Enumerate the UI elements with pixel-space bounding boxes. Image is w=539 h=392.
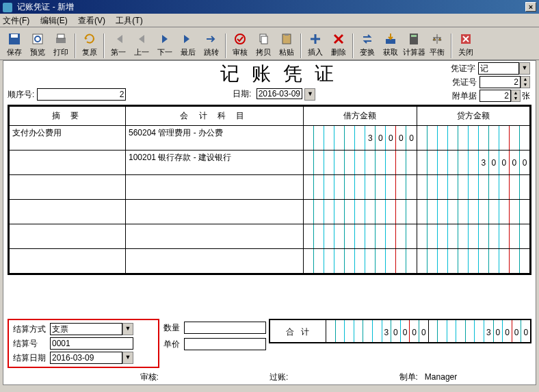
attach-spinner[interactable]: ▲▼ bbox=[511, 90, 521, 102]
cell-credit[interactable]: 30000 bbox=[417, 151, 530, 175]
cell-subject[interactable]: 560204 管理费用 - 办公费 bbox=[126, 126, 304, 151]
total-credit: 30000 bbox=[429, 320, 531, 342]
jump-button[interactable]: 跳转 bbox=[200, 29, 223, 58]
seq-input[interactable]: 2 bbox=[37, 88, 126, 101]
maker-value: Manager bbox=[425, 372, 457, 382]
menu-edit[interactable]: 编辑(E) bbox=[40, 16, 68, 25]
chevron-down-icon[interactable]: ▼ bbox=[122, 352, 133, 364]
voucher-header-right: 凭证字 记 ▼ 凭证号 2 ▲▼ 附单据 2 ▲▼ 张 bbox=[444, 62, 530, 103]
balance-button[interactable]: 平衡 bbox=[425, 29, 449, 58]
last-button[interactable]: 最后 bbox=[176, 29, 200, 58]
voucher-no-label: 凭证号 bbox=[445, 77, 477, 88]
settle-method-input[interactable]: 支票 bbox=[50, 323, 122, 335]
settle-date-input[interactable]: 2016-03-09 bbox=[50, 352, 122, 364]
chevron-down-icon[interactable]: ▼ bbox=[122, 323, 133, 335]
cell-debit[interactable] bbox=[304, 200, 417, 224]
app-icon bbox=[3, 3, 12, 12]
settle-date-label: 结算日期 bbox=[13, 352, 50, 364]
cell-summary[interactable] bbox=[10, 224, 126, 249]
cell-debit[interactable]: 30000 bbox=[304, 126, 417, 151]
doc-title: 记账凭证 bbox=[144, 61, 422, 87]
table-row[interactable] bbox=[10, 224, 530, 249]
cell-subject[interactable] bbox=[126, 224, 304, 249]
cell-subject[interactable] bbox=[126, 200, 304, 224]
attach-label: 附单据 bbox=[445, 90, 477, 102]
qty-panel: 数量 单价 bbox=[163, 319, 266, 350]
cell-debit[interactable] bbox=[304, 249, 417, 274]
insert-button[interactable]: 插入 bbox=[304, 29, 327, 58]
table-row[interactable] bbox=[10, 200, 530, 224]
cell-debit[interactable] bbox=[304, 175, 417, 200]
cell-credit[interactable] bbox=[417, 175, 530, 200]
titlebar: 记账凭证 - 新增 × bbox=[0, 0, 539, 14]
table-row[interactable] bbox=[10, 249, 530, 274]
table-row[interactable] bbox=[10, 175, 530, 200]
settle-no-label: 结算号 bbox=[13, 338, 50, 350]
settlement-panel: 结算方式 支票 ▼ 结算号 0001 结算日期 2016-03-09 ▼ bbox=[8, 319, 159, 368]
col-summary: 摘 要 bbox=[10, 107, 126, 126]
attach-input[interactable]: 2 bbox=[479, 90, 511, 102]
paste-button[interactable]: 粘贴 bbox=[275, 29, 298, 58]
menu-file[interactable]: 文件(F) bbox=[3, 16, 29, 25]
convert-button[interactable]: 变换 bbox=[356, 29, 379, 58]
svg-rect-8 bbox=[261, 36, 267, 44]
preview-button[interactable]: 预览 bbox=[26, 29, 49, 58]
maker-label: 制单: bbox=[399, 372, 418, 382]
qty-input[interactable] bbox=[184, 322, 266, 334]
cell-summary[interactable] bbox=[10, 151, 126, 175]
total-debit: 30000 bbox=[326, 320, 429, 342]
settle-no-input[interactable]: 0001 bbox=[50, 337, 133, 350]
table-row[interactable]: 100201 银行存款 - 建设银行30000 bbox=[10, 151, 530, 175]
cell-summary[interactable]: 支付办公费用 bbox=[10, 126, 126, 151]
settle-method-label: 结算方式 bbox=[13, 324, 50, 335]
voucher-word-input[interactable]: 记 bbox=[478, 62, 519, 75]
chevron-down-icon[interactable]: ▼ bbox=[304, 88, 315, 101]
svg-rect-5 bbox=[57, 34, 64, 38]
cell-subject[interactable]: 100201 银行存款 - 建设银行 bbox=[126, 151, 304, 175]
copy-button[interactable]: 拷贝 bbox=[252, 29, 275, 58]
cell-summary[interactable] bbox=[10, 200, 126, 224]
menu-view[interactable]: 查看(V) bbox=[78, 16, 105, 25]
voucher-no-input[interactable]: 2 bbox=[479, 76, 521, 88]
price-input[interactable] bbox=[184, 338, 266, 350]
cell-subject[interactable] bbox=[126, 249, 304, 274]
save-button[interactable]: 保存 bbox=[3, 29, 26, 58]
print-button[interactable]: 打印 bbox=[49, 29, 73, 58]
qty-label: 数量 bbox=[163, 322, 184, 334]
close-icon[interactable]: × bbox=[525, 2, 536, 12]
toolbar: 保存 预览 打印 复原 第一 上一 下一 最后 跳转 审核 拷贝 粘贴 插入 删… bbox=[0, 27, 539, 60]
fetch-button[interactable]: 获取 bbox=[379, 29, 402, 58]
price-label: 单价 bbox=[163, 339, 184, 350]
first-button[interactable]: 第一 bbox=[107, 29, 130, 58]
attach-unit: 张 bbox=[522, 90, 530, 102]
voucher-no-spinner[interactable]: ▲▼ bbox=[521, 76, 530, 88]
cell-credit[interactable] bbox=[417, 200, 530, 224]
cell-summary[interactable] bbox=[10, 249, 126, 274]
cell-summary[interactable] bbox=[10, 175, 126, 200]
chevron-down-icon[interactable]: ▼ bbox=[519, 62, 530, 75]
delete-button[interactable]: 删除 bbox=[327, 29, 350, 58]
seq-label: 顺序号: bbox=[8, 89, 34, 101]
date-input[interactable]: 2016-03-09 bbox=[257, 88, 302, 99]
next-button[interactable]: 下一 bbox=[153, 29, 176, 58]
menu-tool[interactable]: 工具(T) bbox=[116, 16, 142, 25]
col-subject: 会 计 科 目 bbox=[126, 107, 304, 126]
content-area: 凭证字 记 ▼ 凭证号 2 ▲▼ 附单据 2 ▲▼ 张 记账凭证 顺序号: 2 … bbox=[3, 60, 536, 385]
cell-subject[interactable] bbox=[126, 175, 304, 200]
total-label: 合计 bbox=[270, 320, 326, 342]
cell-credit[interactable] bbox=[417, 249, 530, 274]
audit-button[interactable]: 审核 bbox=[228, 29, 252, 58]
cell-debit[interactable] bbox=[304, 151, 417, 175]
svg-rect-13 bbox=[411, 35, 417, 37]
close-button[interactable]: 关闭 bbox=[454, 29, 477, 58]
restore-button[interactable]: 复原 bbox=[78, 29, 101, 58]
cell-credit[interactable] bbox=[417, 126, 530, 151]
cell-debit[interactable] bbox=[304, 224, 417, 249]
voucher-word-label: 凭证字 bbox=[444, 63, 475, 75]
prev-button[interactable]: 上一 bbox=[130, 29, 153, 58]
post-label: 过账: bbox=[270, 371, 399, 383]
table-row[interactable]: 支付办公费用560204 管理费用 - 办公费30000 bbox=[10, 126, 530, 151]
cell-credit[interactable] bbox=[417, 224, 530, 249]
svg-rect-1 bbox=[11, 34, 18, 38]
calc-button[interactable]: 计算器 bbox=[402, 29, 425, 58]
